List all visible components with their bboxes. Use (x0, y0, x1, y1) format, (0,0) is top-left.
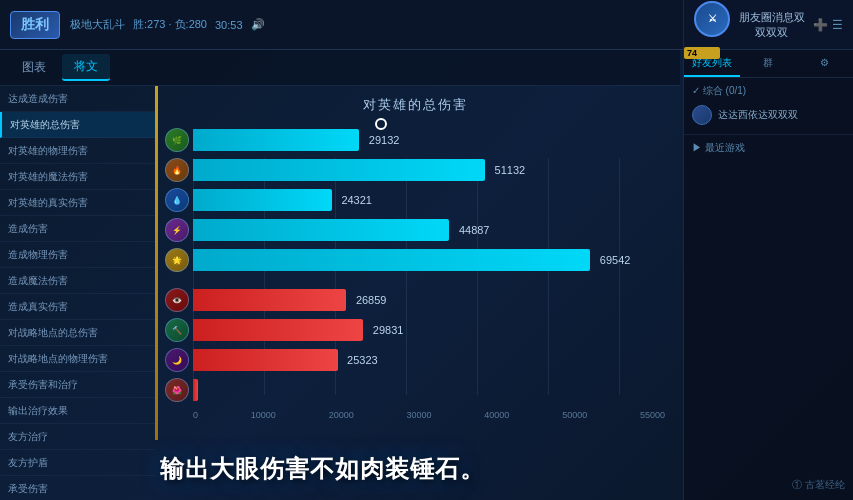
sidebar-承受治疗[interactable]: 承受伤害和治疗 (0, 372, 155, 398)
sidebar-英雄魔法[interactable]: 对英雄的魔法伤害 (0, 164, 155, 190)
avatar-3: 💧 (165, 188, 189, 212)
x-label-1: 10000 (251, 410, 276, 420)
section-header-combined: ✓ 综合 (0/1) (692, 84, 845, 98)
right-panel-icons: ➕ ☰ (813, 18, 843, 32)
bar-value-2: 51132 (495, 164, 526, 176)
friend-name-1: 达达西依达双双双 (718, 108, 798, 122)
sidebar-造成真实[interactable]: 造成真实伤害 (0, 294, 155, 320)
rp-tab-settings[interactable]: ⚙ (797, 50, 853, 77)
sidebar-造成魔法[interactable]: 造成魔法伤害 (0, 268, 155, 294)
sidebar-英雄物理[interactable]: 对英雄的物理伤害 (0, 138, 155, 164)
score: 胜:273 · 负:280 (133, 17, 207, 32)
x-label-0: 0 (193, 410, 198, 420)
right-panel: ⚔ 74 朋友圈消息双双双双 ➕ ☰ 好友列表 群 ⚙ ✓ 综合 (0/1) 达… (683, 0, 853, 500)
tab-hero[interactable]: 将文 (62, 54, 110, 81)
bar-5: 69542 (193, 249, 590, 271)
right-panel-title: 朋友圈消息双双双双 (736, 10, 807, 40)
friend-section: ✓ 综合 (0/1) 达达西依达双双双 (684, 78, 853, 134)
bar-4: 44887 (193, 219, 449, 241)
bar-value-3: 24321 (341, 194, 372, 206)
tab-bar: 图表 将文 (0, 50, 680, 86)
x-label-3: 30000 (406, 410, 431, 420)
bar-value-4: 44887 (459, 224, 490, 236)
sidebar-造成[interactable]: 造成伤害 (0, 216, 155, 242)
sidebar-友方护盾[interactable]: 友方护盾 (0, 450, 155, 476)
avatar-1: 🌿 (165, 128, 189, 152)
sidebar-造成物理[interactable]: 造成物理伤害 (0, 242, 155, 268)
right-panel-header: ⚔ 74 朋友圈消息双双双双 ➕ ☰ (684, 0, 853, 50)
bar-7: 29831 (193, 319, 363, 341)
avatar-2: 🔥 (165, 158, 189, 182)
sidebar-造成伤害[interactable]: 达成造成伤害 (0, 86, 155, 112)
x-label-6: 55000 (640, 410, 665, 420)
sidebar-英雄总伤害[interactable]: 对英雄的总伤害 (0, 112, 155, 138)
tab-chart[interactable]: 图表 (10, 55, 58, 80)
game-mode: 极地大乱斗 (70, 17, 125, 32)
avatar-7: 🔨 (165, 318, 189, 342)
bar-1: 29132 (193, 129, 359, 151)
player-avatar: ⚔ (694, 1, 730, 37)
watermark: ① 古茗经纶 (792, 478, 845, 492)
avatar-5: 🌟 (165, 248, 189, 272)
avatar-9: 🌺 (165, 378, 189, 402)
time: 30:53 (215, 19, 243, 31)
left-sidebar: 达成造成伤害 对英雄的总伤害 对英雄的物理伤害 对英雄的魔法伤害 对英雄的真实伤… (0, 86, 155, 500)
bottom-text: 输出大眼伤害不如肉装锤石。 (160, 453, 678, 485)
x-label-4: 40000 (484, 410, 509, 420)
recent-games-header: ▶ 最近游戏 (692, 141, 845, 155)
victory-badge: 胜利 (10, 11, 60, 39)
sidebar-友方治疗[interactable]: 友方治疗 (0, 424, 155, 450)
bar-row-5: 🌟 69542 (165, 246, 665, 274)
bar-row-3: 💧 24321 (165, 186, 665, 214)
level-badge: 74 (684, 47, 720, 59)
combined-label: ✓ 综合 (0/1) (692, 84, 746, 98)
bar-value-7: 29831 (373, 324, 404, 336)
match-info: 极地大乱斗 胜:273 · 负:280 30:53 🔊 (70, 17, 265, 32)
avatar-icon: ⚔ (708, 13, 717, 24)
friend-avatar-1 (692, 105, 712, 125)
add-friend-icon[interactable]: ➕ (813, 18, 828, 32)
rp-tab-group[interactable]: 群 (740, 50, 796, 77)
bar-row-4: ⚡ 44887 (165, 216, 665, 244)
sidebar-战略物理[interactable]: 对战略地点的物理伤害 (0, 346, 155, 372)
menu-icon[interactable]: ☰ (832, 18, 843, 32)
bar-2: 51132 (193, 159, 485, 181)
bar-value-6: 26859 (356, 294, 387, 306)
x-label-2: 20000 (329, 410, 354, 420)
bar-6: 26859 (193, 289, 346, 311)
sidebar-战略总[interactable]: 对战略地点的总伤害 (0, 320, 155, 346)
recent-games-section: ▶ 最近游戏 (684, 134, 853, 165)
bar-9 (193, 379, 198, 401)
bar-8: 25323 (193, 349, 338, 371)
bar-value-1: 29132 (369, 134, 400, 146)
chart-area: 对英雄的总伤害 🌿 29132 🔥 51132 (155, 86, 675, 440)
sidebar-输出治疗[interactable]: 输出治疗效果 (0, 398, 155, 424)
team-divider (165, 276, 665, 284)
x-axis: 0 10000 20000 30000 40000 50000 55000 (165, 410, 665, 420)
avatar-8: 🌙 (165, 348, 189, 372)
avatar-6: 👁️ (165, 288, 189, 312)
sidebar-承受[interactable]: 承受伤害 (0, 476, 155, 500)
bars-container: 🌿 29132 🔥 51132 💧 24321 ⚡ (165, 126, 665, 404)
recent-games-label[interactable]: ▶ 最近游戏 (692, 141, 745, 155)
bar-row-1: 🌿 29132 (165, 126, 665, 154)
info-icon: 🔊 (251, 18, 265, 31)
highlight-line (155, 86, 158, 440)
bar-value-5: 69542 (600, 254, 631, 266)
avatar-4: ⚡ (165, 218, 189, 242)
bar-row-9: 🌺 (165, 376, 665, 404)
sidebar-英雄真实[interactable]: 对英雄的真实伤害 (0, 190, 155, 216)
bar-row-8: 🌙 25323 (165, 346, 665, 374)
bar-row-2: 🔥 51132 (165, 156, 665, 184)
bar-row-7: 🔨 29831 (165, 316, 665, 344)
x-label-5: 50000 (562, 410, 587, 420)
bar-row-6: 👁️ 26859 (165, 286, 665, 314)
chart-title: 对英雄的总伤害 (165, 96, 665, 114)
friend-item-1[interactable]: 达达西依达双双双 (692, 102, 845, 128)
bar-value-8: 25323 (347, 354, 378, 366)
bar-3: 24321 (193, 189, 332, 211)
